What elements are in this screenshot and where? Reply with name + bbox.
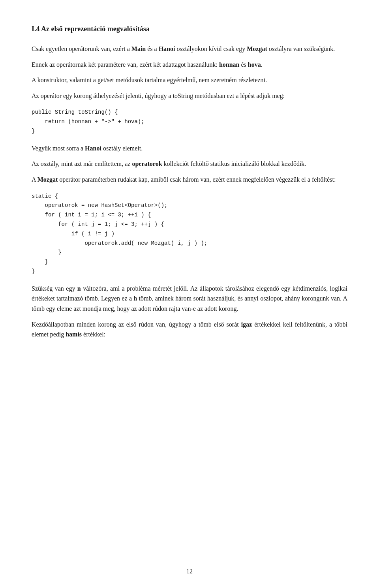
paragraph-1: Csak egyetlen operátorunk van, ezért a M… xyxy=(32,44,347,54)
section-title: I.4 Az első reprezentáció megvalósítása xyxy=(32,24,347,34)
text-p4: Az operátor egy korong áthelyezését jele… xyxy=(32,92,285,99)
text-p5: Vegyük most sorra a Hanoi osztály elemei… xyxy=(32,145,143,152)
paragraph-2: Ennek az operátornak két paramétere van,… xyxy=(32,60,347,70)
paragraph-4: Az operátor egy korong áthelyezését jele… xyxy=(32,91,347,101)
paragraph-6: Az osztály, mint azt már említettem, az … xyxy=(32,159,347,169)
text-p2: Ennek az operátornak két paramétere van,… xyxy=(32,61,263,68)
paragraph-5: Vegyük most sorra a Hanoi osztály elemei… xyxy=(32,143,347,154)
paragraph-9: Kezdőállapotban minden korong az első rú… xyxy=(32,319,347,340)
text-p8: Szükség van egy n változóra, ami a probl… xyxy=(32,285,347,312)
paragraph-3: A konstruktor, valamint a get/set metódu… xyxy=(32,75,347,85)
text-p6: Az osztály, mint azt már említettem, az … xyxy=(32,160,306,167)
paragraph-7: A Mozgat operátor paraméterben rudakat k… xyxy=(32,175,347,185)
page-number: 12 xyxy=(186,567,193,576)
code-static-block: static { operatorok = new HashSet<Operat… xyxy=(32,192,347,276)
text-p3: A konstruktor, valamint a get/set metódu… xyxy=(32,77,267,83)
paragraph-8: Szükség van egy n változóra, ami a probl… xyxy=(32,284,347,314)
text-p9a: Kezdőállapotban minden korong az első rú… xyxy=(32,321,347,338)
code-tostring: public String toString() { return (honna… xyxy=(32,108,347,136)
page: I.4 Az első reprezentáció megvalósítása … xyxy=(0,0,379,588)
text-p1a: Csak egyetlen operátorunk van, ezért a M… xyxy=(32,45,335,52)
text-p7: A Mozgat operátor paraméterben rudakat k… xyxy=(32,176,336,183)
